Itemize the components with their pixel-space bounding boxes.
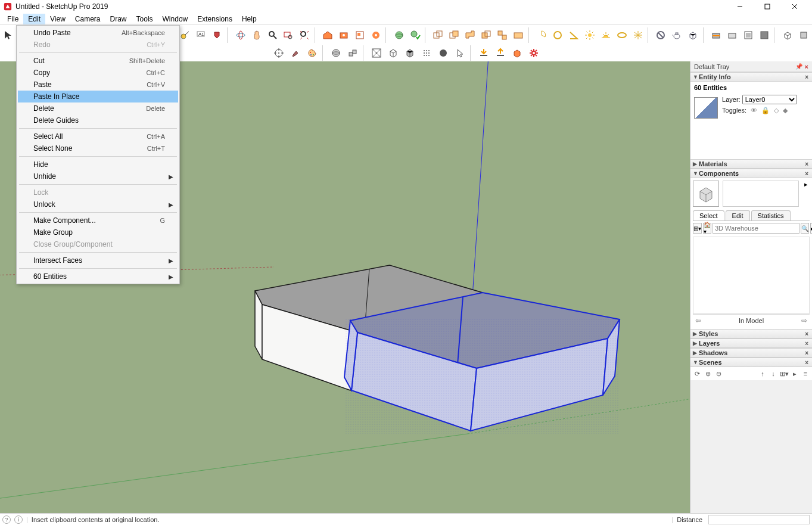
solid-subtract-icon[interactable]: [463, 27, 478, 43]
panel-close-icon[interactable]: ×: [804, 331, 810, 337]
pin-icon[interactable]: 📌: [795, 63, 802, 70]
brush-icon[interactable]: [288, 45, 303, 61]
zoom-tool-icon[interactable]: [265, 27, 280, 43]
scene-up-icon[interactable]: ↑: [758, 369, 767, 378]
dots-icon[interactable]: [419, 45, 434, 61]
import-icon[interactable]: [476, 45, 491, 61]
panel-close-icon[interactable]: ×: [804, 340, 810, 347]
geo-icon[interactable]: [391, 27, 406, 43]
panel-scenes-header[interactable]: ▼ Scenes ×: [690, 358, 812, 367]
solid-outer-icon[interactable]: [511, 27, 526, 43]
minimize-button[interactable]: [726, 0, 754, 13]
extension-manager-icon[interactable]: [369, 27, 384, 43]
zoom-window-icon[interactable]: [281, 27, 296, 43]
menu-unlock[interactable]: Unlock▶: [18, 198, 178, 210]
gear-icon[interactable]: [526, 45, 542, 61]
rays-icon[interactable]: [630, 27, 645, 43]
shadow-toggle-icon[interactable]: ◇: [774, 107, 779, 114]
sun-icon[interactable]: [582, 27, 597, 43]
target-icon[interactable]: [271, 45, 287, 61]
cube-wire-icon[interactable]: [385, 45, 401, 61]
menu-help[interactable]: Help: [237, 14, 262, 24]
pie-arc-icon[interactable]: [534, 27, 549, 43]
search-icon[interactable]: 🔍: [801, 223, 809, 234]
panel-close-icon[interactable]: ×: [804, 350, 810, 356]
warehouse-icon[interactable]: [321, 27, 335, 43]
menu-undo[interactable]: Undo PasteAlt+Backspace: [18, 27, 178, 39]
tab-select[interactable]: Select: [693, 210, 724, 220]
sunrise-icon[interactable]: [598, 27, 613, 43]
help-icon[interactable]: ?: [2, 515, 11, 524]
text-tool-icon[interactable]: A1: [194, 27, 209, 43]
pan-tool-icon[interactable]: [249, 27, 264, 43]
menu-window[interactable]: Window: [158, 14, 193, 24]
panel-close-icon[interactable]: ×: [804, 74, 810, 80]
menu-tools[interactable]: Tools: [132, 14, 158, 24]
section-icon[interactable]: [709, 27, 724, 43]
menu-hide[interactable]: Hide: [18, 159, 178, 170]
warehouse-search-input[interactable]: [713, 223, 799, 234]
menu-make-component[interactable]: Make Component...G: [18, 215, 178, 226]
close-button[interactable]: [781, 0, 808, 13]
solid-union-icon[interactable]: [431, 27, 446, 43]
view-iso-icon[interactable]: [780, 27, 795, 43]
solid-split-icon[interactable]: [495, 27, 510, 43]
scene-menu-icon[interactable]: ▸: [791, 369, 799, 378]
receive-shadow-icon[interactable]: ◆: [783, 107, 788, 114]
lock-toggle-icon[interactable]: 🔒: [761, 107, 770, 114]
component-thumbnail[interactable]: [693, 181, 719, 207]
scene-view-icon[interactable]: ⊞▾: [780, 369, 788, 378]
material-swatch[interactable]: [694, 97, 718, 119]
menu-select-none[interactable]: Select NoneCtrl+T: [18, 142, 178, 154]
menu-camera[interactable]: Camera: [70, 14, 105, 24]
angle-icon[interactable]: [566, 27, 581, 43]
box-icon[interactable]: [686, 27, 701, 43]
info-icon[interactable]: i: [14, 515, 23, 524]
cancel-icon[interactable]: [654, 27, 668, 43]
scene-refresh-icon[interactable]: ⟳: [693, 369, 701, 378]
menu-paste[interactable]: PasteCtrl+V: [18, 79, 178, 91]
panel-close-icon[interactable]: ×: [804, 359, 810, 366]
warehouse-box-icon[interactable]: [509, 45, 525, 61]
menu-delete-guides[interactable]: Delete Guides: [18, 114, 178, 126]
menu-select-all[interactable]: Select AllCtrl+A: [18, 131, 178, 142]
menu-edit[interactable]: Edit: [23, 14, 45, 24]
menu-paste-in-place[interactable]: Paste In Place: [18, 91, 178, 102]
view-top-icon[interactable]: [796, 27, 811, 43]
tray-close-icon[interactable]: ×: [805, 63, 808, 70]
component-menu-icon[interactable]: ▸: [802, 181, 810, 188]
geo-check-icon[interactable]: [407, 27, 422, 43]
home-icon[interactable]: 🏠▾: [703, 223, 711, 234]
orbit-tool-icon[interactable]: [233, 27, 248, 43]
visible-toggle-icon[interactable]: 👁: [751, 107, 757, 114]
ellipse-icon[interactable]: [614, 27, 629, 43]
panel-layers-header[interactable]: ▶ Layers ×: [690, 338, 812, 348]
tab-statistics[interactable]: Statistics: [751, 210, 791, 220]
export-icon[interactable]: [493, 45, 508, 61]
sphere-dark-icon[interactable]: [435, 45, 451, 61]
menu-draw[interactable]: Draw: [105, 14, 132, 24]
zoom-extents-icon[interactable]: [297, 27, 312, 43]
layer-select[interactable]: Layer0: [742, 95, 797, 104]
section-display-icon[interactable]: [725, 27, 740, 43]
maximize-button[interactable]: [754, 0, 781, 13]
menu-lock[interactable]: Lock: [18, 187, 178, 198]
grid-diag-icon[interactable]: [369, 45, 384, 61]
panel-shadows-header[interactable]: ▶ Shadows ×: [690, 348, 812, 358]
view-mode-icon[interactable]: ⊞▾: [693, 223, 702, 234]
menu-view[interactable]: View: [45, 14, 70, 24]
select-tool-icon[interactable]: [1, 27, 16, 43]
paint-tool-icon[interactable]: [210, 27, 225, 43]
sphere-icon[interactable]: [328, 45, 344, 61]
palette-icon[interactable]: [304, 45, 320, 61]
menu-delete[interactable]: DeleteDelete: [18, 102, 178, 114]
tab-edit[interactable]: Edit: [726, 210, 750, 220]
menu-cut[interactable]: CutShift+Delete: [18, 55, 178, 67]
panel-close-icon[interactable]: ×: [804, 170, 810, 177]
panel-components-header[interactable]: ▼ Components ×: [690, 169, 812, 178]
menu-copy[interactable]: CopyCtrl+C: [18, 67, 178, 79]
tray-header[interactable]: Default Tray 📌 ×: [690, 61, 812, 72]
scene-add-icon[interactable]: ⊕: [704, 369, 712, 378]
menu-unhide[interactable]: Unhide▶: [18, 170, 178, 182]
menu-make-group[interactable]: Make Group: [18, 226, 178, 238]
